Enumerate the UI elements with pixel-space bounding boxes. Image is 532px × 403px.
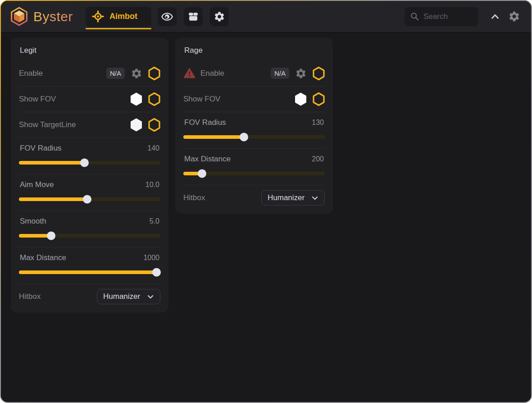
brand: Byster <box>10 6 73 27</box>
tab-aimbot-label: Aimbot <box>109 12 137 21</box>
rage-fov-radius-slider[interactable] <box>183 135 325 139</box>
search-icon <box>410 11 419 22</box>
aimbot-page: Legit Enable N/A Show FOV <box>1 32 531 402</box>
legit-max-distance-label: Max Distance <box>20 253 66 262</box>
slider-fill <box>19 270 157 274</box>
config-button[interactable] <box>210 7 229 26</box>
legit-max-distance-slider[interactable] <box>19 270 160 274</box>
slider-thumb[interactable] <box>240 133 248 142</box>
hexagon-filled-icon <box>130 118 142 132</box>
hexagon-filled-icon <box>130 92 142 106</box>
rage-show-fov-keybind[interactable] <box>295 92 307 106</box>
legit-enable-label: Enable <box>19 69 43 78</box>
chevron-down-icon <box>310 193 320 203</box>
slider-fill <box>19 161 85 165</box>
hexagon-filled-icon <box>295 92 307 106</box>
rage-hitbox-row: Hitbox Humanizer <box>183 185 325 210</box>
slider-fill <box>183 172 202 175</box>
rage-enable-config[interactable] <box>295 68 307 79</box>
slider-thumb[interactable] <box>47 232 55 240</box>
rage-fov-radius-value: 130 <box>312 119 324 127</box>
legit-hitbox-row: Hitbox Humanizer <box>19 284 160 309</box>
eye-icon <box>161 11 173 23</box>
crosshair-icon <box>92 10 104 23</box>
legit-aim-move-slider[interactable] <box>19 197 160 201</box>
dropdown-value: Humanizer <box>268 193 305 202</box>
rage-show-fov-toggle[interactable] <box>313 92 325 106</box>
rage-max-distance-row: Max Distance 200 <box>183 148 325 185</box>
rage-fov-radius-label: FOV Radius <box>184 118 226 127</box>
gear-icon <box>131 68 142 79</box>
legit-show-targetline-toggle[interactable] <box>148 118 160 132</box>
legit-show-targetline-label: Show TargetLine <box>19 120 76 129</box>
slider-thumb[interactable] <box>152 268 161 277</box>
dropdown-value: Humanizer <box>103 292 140 301</box>
legit-show-fov-toggle[interactable] <box>148 92 160 106</box>
legit-panel-title: Legit <box>19 41 160 60</box>
legit-max-distance-row: Max Distance 1000 <box>19 247 160 284</box>
legit-fov-radius-slider[interactable] <box>19 161 160 165</box>
box-icon <box>188 11 199 22</box>
rage-max-distance-label: Max Distance <box>184 155 231 164</box>
legit-aim-move-value: 10.0 <box>146 181 159 189</box>
rage-hitbox-dropdown[interactable]: Humanizer <box>261 190 325 206</box>
slider-thumb[interactable] <box>198 169 206 178</box>
legit-smooth-row: Smooth 5.0 <box>19 211 160 247</box>
legit-fov-radius-row: FOV Radius 140 <box>19 137 160 174</box>
byster-logo-icon <box>10 6 28 27</box>
app-window: Byster Aimbot <box>1 1 531 402</box>
legit-max-distance-value: 1000 <box>143 254 159 262</box>
chevron-up-icon <box>489 11 501 23</box>
legit-fov-radius-label: FOV Radius <box>20 144 62 153</box>
tab-aimbot[interactable]: Aimbot <box>86 7 151 27</box>
rage-show-fov-label: Show FOV <box>183 95 220 104</box>
visuals-button[interactable] <box>158 7 177 26</box>
legit-smooth-slider[interactable] <box>19 234 160 238</box>
legit-show-fov-label: Show FOV <box>19 95 56 104</box>
search-box[interactable] <box>405 7 478 26</box>
search-input[interactable] <box>423 12 473 21</box>
legit-enable-toggle[interactable] <box>148 67 160 80</box>
legit-hitbox-label: Hitbox <box>19 292 41 301</box>
gear-icon <box>214 11 225 23</box>
warning-triangle-icon <box>183 68 196 79</box>
slider-fill <box>19 197 87 201</box>
legit-hitbox-dropdown[interactable]: Humanizer <box>97 289 160 304</box>
legit-show-targetline-keybind[interactable] <box>130 118 142 132</box>
tab-active-underline <box>86 28 151 29</box>
rage-max-distance-slider[interactable] <box>183 172 325 175</box>
rage-panel-title: Rage <box>183 41 325 60</box>
header-bar: Byster Aimbot <box>1 1 531 32</box>
legit-smooth-label: Smooth <box>20 217 46 226</box>
hexagon-outline-icon <box>148 118 160 132</box>
hexagon-outline-icon <box>148 67 160 80</box>
legit-panel: Legit Enable N/A Show FOV <box>11 38 168 312</box>
slider-thumb[interactable] <box>83 195 91 204</box>
slider-thumb[interactable] <box>80 159 89 167</box>
rage-enable-toggle[interactable] <box>313 67 325 80</box>
legit-show-targetline-row: Show TargetLine <box>19 112 160 137</box>
legit-show-fov-keybind[interactable] <box>130 92 142 106</box>
app-window-frame: Byster Aimbot <box>0 0 532 403</box>
rage-show-fov-row: Show FOV <box>183 86 325 112</box>
legit-smooth-value: 5.0 <box>150 217 159 225</box>
legit-enable-row: Enable N/A <box>19 60 160 86</box>
legit-aim-move-label: Aim Move <box>20 180 54 189</box>
gear-icon <box>508 10 520 23</box>
hexagon-outline-icon <box>148 92 160 106</box>
legit-enable-config[interactable] <box>131 68 142 79</box>
misc-button[interactable] <box>184 7 203 26</box>
hexagon-outline-icon <box>313 92 325 106</box>
legit-aim-move-row: Aim Move 10.0 <box>19 174 160 211</box>
rage-enable-label: Enable <box>200 69 224 78</box>
slider-fill <box>19 234 51 238</box>
settings-button[interactable] <box>508 10 520 23</box>
rage-max-distance-value: 200 <box>312 155 324 163</box>
collapse-button[interactable] <box>489 11 501 23</box>
legit-enable-keybind-badge[interactable]: N/A <box>106 68 125 79</box>
slider-fill <box>183 135 244 139</box>
rage-enable-keybind-badge[interactable]: N/A <box>271 68 289 79</box>
gear-icon <box>295 68 307 79</box>
legit-show-fov-row: Show FOV <box>19 86 160 112</box>
chevron-down-icon <box>146 292 155 302</box>
